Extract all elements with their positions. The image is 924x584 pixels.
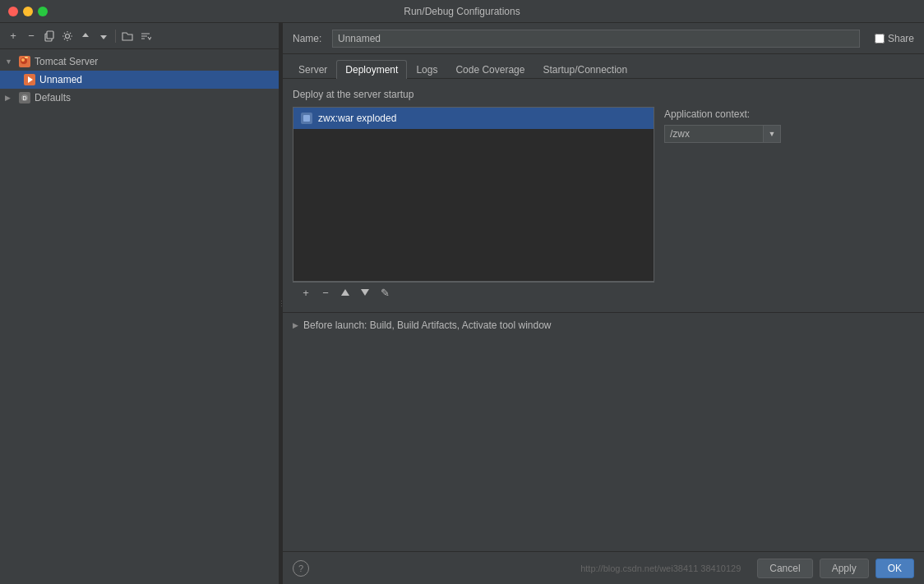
folder-button[interactable] <box>119 28 136 44</box>
bottom-left: ? <box>293 560 574 577</box>
deployment-content: Deploy at the server startup zwx:war exp… <box>283 79 924 312</box>
help-button[interactable]: ? <box>293 560 309 577</box>
run-config-icon <box>23 73 36 86</box>
tab-code-coverage[interactable]: Code Coverage <box>446 60 534 79</box>
deploy-add-button[interactable]: + <box>298 285 314 300</box>
deploy-list-toolbar: + − ✎ <box>293 282 654 302</box>
app-context-input[interactable] <box>664 125 763 143</box>
dialog-title: Run/Debug Configurations <box>404 6 520 17</box>
tab-logs[interactable]: Logs <box>407 60 446 79</box>
share-area: Share <box>875 33 914 44</box>
sidebar-item-defaults[interactable]: ▶ D Defaults <box>0 89 279 107</box>
defaults-icon: D <box>18 91 31 104</box>
cancel-button[interactable]: Cancel <box>757 559 812 578</box>
before-launch-section: ▶ Before launch: Build, Build Artifacts,… <box>283 312 924 338</box>
deployment-list: zwx:war exploded <box>293 107 654 282</box>
share-checkbox[interactable] <box>875 34 885 44</box>
up-button[interactable] <box>77 28 94 44</box>
window-controls <box>8 7 48 16</box>
expand-arrow: ▼ <box>5 57 15 66</box>
right-panel: Name: Share Server Deployment Logs Code … <box>283 23 924 584</box>
app-context-field: ▼ <box>664 125 829 143</box>
share-label: Share <box>888 33 914 44</box>
before-launch-arrow[interactable]: ▶ <box>293 321 298 329</box>
defaults-arrow: ▶ <box>5 94 15 102</box>
name-input[interactable] <box>332 30 860 48</box>
svg-rect-6 <box>25 57 28 58</box>
copy-config-button[interactable] <box>41 28 58 44</box>
tomcat-server-label: Tomcat Server <box>35 56 98 67</box>
app-context-dropdown[interactable]: ▼ <box>763 125 781 143</box>
deploy-item-label: zwx:war exploded <box>318 113 396 124</box>
resize-handle[interactable] <box>280 23 283 584</box>
deploy-item-zwx[interactable]: zwx:war exploded <box>293 108 654 129</box>
apply-button[interactable]: Apply <box>820 559 869 578</box>
tab-server[interactable]: Server <box>289 60 336 79</box>
app-context-label: Application context: <box>664 108 829 120</box>
sidebar-toolbar: + − <box>0 23 279 49</box>
title-bar: Run/Debug Configurations <box>0 0 924 23</box>
close-button[interactable] <box>8 7 18 16</box>
settings-button[interactable] <box>59 28 76 44</box>
deploy-remove-button[interactable]: − <box>317 285 334 300</box>
defaults-label: Defaults <box>35 92 71 103</box>
bottom-bar: ? http://blog.csdn.net/wei38411 38410129… <box>283 551 924 584</box>
tab-startup-connection[interactable]: Startup/Connection <box>534 60 636 79</box>
down-button[interactable] <box>95 28 112 44</box>
deploy-list-empty <box>293 129 654 281</box>
deploy-edit-button[interactable]: ✎ <box>377 285 393 300</box>
tomcat-icon <box>18 55 31 68</box>
deploy-up-button[interactable] <box>337 285 353 300</box>
deploy-list-container: zwx:war exploded + − <box>293 107 914 302</box>
sidebar: + − <box>0 23 280 584</box>
before-launch-text: Before launch: Build, Build Artifacts, A… <box>303 320 552 331</box>
sidebar-item-tomcat-server[interactable]: ▼ Tomcat Server <box>0 53 279 71</box>
name-label: Name: <box>293 33 326 44</box>
toolbar-separator <box>115 30 116 43</box>
deploy-down-button[interactable] <box>357 285 373 300</box>
svg-rect-1 <box>47 31 53 39</box>
tabs-bar: Server Deployment Logs Code Coverage Sta… <box>283 54 924 79</box>
svg-text:D: D <box>23 95 27 101</box>
ok-button[interactable]: OK <box>875 559 914 578</box>
sidebar-item-unnamed[interactable]: Unnamed <box>0 71 279 89</box>
minimize-button[interactable] <box>23 7 33 16</box>
main-layout: + − <box>0 23 924 584</box>
deploy-at-startup-label: Deploy at the server startup <box>293 89 914 100</box>
maximize-button[interactable] <box>38 7 48 16</box>
app-context-area: Application context: ▼ <box>664 107 829 302</box>
config-tree: ▼ Tomcat Server <box>0 49 279 584</box>
name-row: Name: Share <box>283 23 924 54</box>
svg-point-5 <box>21 58 25 62</box>
sort-button[interactable] <box>137 28 154 44</box>
svg-point-2 <box>66 34 70 38</box>
watermark-text: http://blog.csdn.net/wei38411 38410129 <box>580 563 741 573</box>
tab-deployment[interactable]: Deployment <box>336 60 407 79</box>
add-config-button[interactable]: + <box>5 28 21 44</box>
remove-config-button[interactable]: − <box>23 28 39 44</box>
bottom-spacer <box>283 338 924 551</box>
artifact-icon <box>300 112 313 125</box>
unnamed-label: Unnamed <box>39 74 82 85</box>
